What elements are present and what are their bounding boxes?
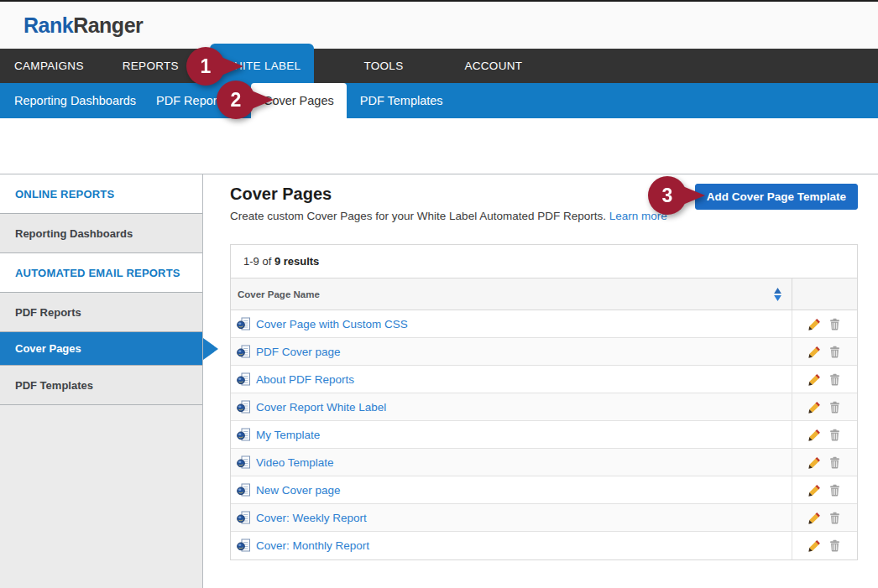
sub-nav-item[interactable]: PDF Templates [350, 83, 453, 118]
page-description-text: Create custom Cover Pages for your White… [230, 210, 606, 222]
webpage-document-icon [237, 511, 251, 525]
table-row: My Template [231, 421, 857, 449]
results-count-text: 9 results [274, 255, 319, 268]
row-actions-cell [792, 504, 857, 531]
annotation-step-number: 1 [201, 55, 212, 78]
sort-asc-icon [774, 288, 781, 294]
rankranger-app: RankRanger CAMPAIGNS REPORTS WHITE LABEL… [0, 0, 878, 588]
sidebar-item-label: PDF Templates [15, 379, 93, 392]
delete-trash-icon[interactable] [828, 484, 841, 497]
cover-page-name-cell: Cover: Weekly Report [231, 504, 792, 531]
delete-trash-icon[interactable] [828, 401, 841, 414]
sidebar-item[interactable]: PDF Reports [0, 293, 202, 332]
table-row: Cover Report White Label [231, 393, 857, 421]
cover-page-name-cell: PDF Cover page [231, 338, 792, 365]
sub-nav-item-label: Reporting Dashboards [14, 94, 136, 107]
edit-pencil-icon[interactable] [808, 318, 821, 330]
delete-trash-icon[interactable] [828, 456, 841, 469]
edit-pencil-icon[interactable] [808, 484, 821, 497]
cover-page-name-cell: About PDF Reports [231, 366, 792, 393]
top-nav-item[interactable]: ACCOUNT [445, 49, 541, 83]
logo-ranger-text: Ranger [73, 13, 143, 37]
cover-page-link[interactable]: PDF Cover page [256, 346, 341, 358]
top-nav-item-label: CAMPAIGNS [14, 60, 84, 72]
sidebar-item[interactable]: AUTOMATED EMAIL REPORTS [0, 253, 202, 293]
cover-page-name-cell: My Template [231, 421, 792, 448]
cover-page-name-cell: Cover Page with Custom CSS [231, 310, 792, 337]
edit-pencil-icon[interactable] [808, 512, 821, 524]
name-column-header-label: Cover Page Name [238, 289, 320, 299]
sort-arrows[interactable] [774, 288, 781, 301]
cover-page-link[interactable]: Video Template [256, 456, 334, 469]
delete-trash-icon[interactable] [828, 512, 841, 524]
cover-page-link[interactable]: New Cover page [256, 484, 341, 497]
content-top-spacer [0, 118, 878, 174]
sort-desc-icon [774, 295, 781, 301]
name-column-header[interactable]: Cover Page Name [231, 278, 792, 310]
table-header-row: Cover Page Name [231, 278, 857, 310]
table-row: PDF Cover page [231, 338, 857, 366]
table-body: Cover Page with Custom CSS [231, 310, 857, 559]
sidebar-item-label: ONLINE REPORTS [15, 188, 114, 200]
sub-nav-item-label: Cover Pages [264, 94, 334, 107]
site-header: RankRanger [0, 0, 878, 49]
cover-page-link[interactable]: Cover Report White Label [256, 401, 386, 414]
cover-page-link[interactable]: Cover: Monthly Report [256, 539, 369, 552]
row-actions-cell [792, 421, 857, 448]
delete-trash-icon[interactable] [828, 318, 841, 330]
sidebar: ONLINE REPORTS Reporting Dashboards AUTO… [0, 174, 203, 588]
sidebar-item[interactable]: Cover Pages [0, 332, 202, 366]
annotation-step-badge: 3 [648, 176, 687, 215]
edit-pencil-icon[interactable] [808, 456, 821, 469]
cover-page-link[interactable]: My Template [256, 429, 320, 441]
cover-page-name-cell: Video Template [231, 449, 792, 476]
sidebar-item-label: AUTOMATED EMAIL REPORTS [15, 267, 180, 279]
edit-pencil-icon[interactable] [808, 401, 821, 414]
edit-pencil-icon[interactable] [808, 373, 821, 386]
top-nav-item[interactable]: TOOLS [344, 49, 422, 83]
top-nav-item-label: ACCOUNT [464, 60, 522, 72]
edit-pencil-icon[interactable] [808, 429, 821, 441]
cover-pages-table: 1-9 of 9 results Cover Page Name [230, 244, 858, 560]
edit-pencil-icon[interactable] [808, 346, 821, 358]
delete-trash-icon[interactable] [828, 346, 841, 358]
top-nav-item-label: TOOLS [363, 60, 403, 72]
webpage-document-icon [237, 317, 251, 331]
row-actions-cell [792, 310, 857, 337]
results-range-text: 1-9 of [243, 255, 271, 268]
annotation-step-badge: 2 [217, 81, 255, 119]
table-row: About PDF Reports [231, 366, 857, 393]
row-actions-cell [792, 393, 857, 420]
sidebar-item[interactable]: ONLINE REPORTS [0, 174, 202, 214]
table-row: Cover: Weekly Report [231, 504, 857, 532]
cover-page-link[interactable]: About PDF Reports [256, 373, 354, 386]
delete-trash-icon[interactable] [828, 539, 841, 552]
edit-pencil-icon[interactable] [808, 539, 821, 552]
delete-trash-icon[interactable] [828, 429, 841, 441]
actions-column-header [792, 278, 857, 310]
sidebar-item-label: Reporting Dashboards [15, 227, 133, 240]
rankranger-logo[interactable]: RankRanger [24, 13, 143, 38]
webpage-document-icon [237, 345, 251, 359]
page-description: Create custom Cover Pages for your White… [230, 210, 858, 222]
row-actions-cell [792, 338, 857, 365]
delete-trash-icon[interactable] [828, 373, 841, 386]
sub-nav-item[interactable]: Reporting Dashboards [14, 83, 146, 118]
cover-page-name-cell: Cover: Monthly Report [231, 532, 792, 559]
cover-page-link[interactable]: Cover Page with Custom CSS [256, 318, 408, 330]
sidebar-item-label: Cover Pages [15, 342, 81, 355]
results-summary: 1-9 of 9 results [231, 245, 857, 278]
annotation-step-number: 2 [231, 89, 242, 112]
cover-page-link[interactable]: Cover: Weekly Report [256, 512, 367, 524]
table-row: Cover Page with Custom CSS [231, 310, 857, 338]
logo-rank-text: Rank [24, 13, 73, 37]
table-row: Cover: Monthly Report [231, 532, 857, 559]
cover-page-name-cell: Cover Report White Label [231, 393, 792, 420]
row-actions-cell [792, 532, 857, 559]
sidebar-item[interactable]: PDF Templates [0, 366, 202, 405]
sidebar-item[interactable]: Reporting Dashboards [0, 214, 202, 253]
top-nav-item[interactable]: REPORTS [103, 49, 198, 83]
top-nav: CAMPAIGNS REPORTS WHITE LABEL TOOLS ACCO… [0, 49, 878, 83]
add-cover-page-template-button[interactable]: Add Cover Page Template [695, 184, 858, 210]
top-nav-item[interactable]: CAMPAIGNS [14, 49, 103, 83]
